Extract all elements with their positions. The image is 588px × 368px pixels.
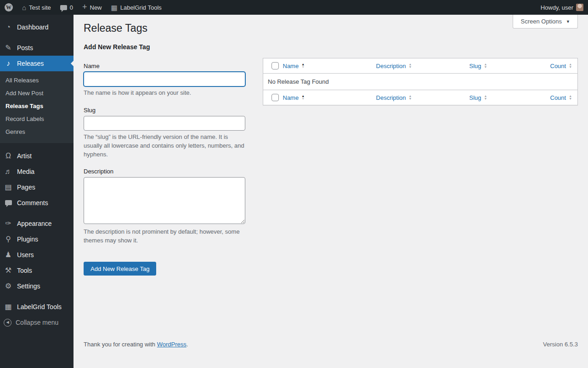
sidebar-item-releases[interactable]: ♪ Releases [0,56,74,71]
grid-icon: ▦ [111,4,118,11]
description-help-text: The description is not prominent by defa… [84,228,245,245]
comments-menu[interactable]: 0 [56,0,78,15]
column-count-sort-link[interactable]: Count ▲▼ [550,63,572,69]
name-help-text: The name is how it appears on your site. [84,89,245,98]
sidebar-label-artist: Artist [17,151,32,161]
sliders-icon: ⚙ [4,282,13,290]
admin-footer: Thank you for creating with WordPress. V… [74,336,588,353]
comments-icon [60,5,67,10]
column-description-sort-link[interactable]: Description ▲▼ [376,63,412,69]
site-name-menu[interactable]: ⌂ Test site [17,0,56,15]
add-new-release-tag-button[interactable]: Add New Release Tag [84,262,156,276]
column-slug-sort-link[interactable]: Slug ▲▼ [469,63,487,69]
sort-icon: ▲▼ [569,95,572,100]
music-note-icon: ♪ [4,60,13,67]
sidebar-label-tools: Tools [17,266,32,275]
sidebar-item-media[interactable]: ♬ Media [0,164,74,179]
pages-icon: ▤ [4,184,13,191]
column-name-sort-link[interactable]: Name ▲▼ [283,63,305,69]
pushpin-icon: ✎ [4,44,13,52]
sidebar-label-releases: Releases [17,59,44,68]
sidebar-label-appearance: Appearance [17,219,52,228]
wordpress-logo-icon: W [5,3,13,12]
dashboard-icon: ◔ [4,23,13,31]
column-count-sort-link-footer[interactable]: Count ▲▼ [550,94,572,101]
column-description-sort-link-footer[interactable]: Description ▲▼ [376,94,412,101]
sort-icon: ▲▼ [569,63,572,69]
menu-separator [0,294,74,299]
sidebar-item-users[interactable]: ♟ Users [0,247,74,263]
releases-submenu: All Releases Add New Post Release Tags R… [0,71,74,143]
sidebar-item-comments[interactable]: Comments [0,195,74,211]
collapse-menu-label: Collapse menu [16,318,58,327]
name-input[interactable] [84,72,245,86]
screen-options-button[interactable]: Screen Options ▼ [513,15,578,29]
sort-asc-icon: ▲▼ [301,63,305,69]
chevron-down-icon: ▼ [566,19,570,24]
sidebar-label-dashboard: Dashboard [17,23,49,32]
comment-bubble-icon [4,199,13,207]
version-label: Version 6.5.3 [543,341,578,348]
tools-icon: ⚒ [4,267,13,274]
menu-separator [0,143,74,148]
labelgrid-tools-toolbar-menu[interactable]: ▦ LabelGrid Tools [107,0,166,15]
submenu-item-record-labels[interactable]: Record Labels [0,113,74,126]
sidebar-label-plugins: Plugins [17,235,38,244]
my-account-menu[interactable]: Howdy, user [536,0,588,15]
sidebar-item-posts[interactable]: ✎ Posts [0,40,74,56]
menu-separator [0,35,74,40]
release-tags-list: Name ▲▼ Description ▲▼ [263,43,578,105]
sidebar-label-pages: Pages [17,183,35,192]
page-title: Release Tags [84,21,578,35]
plus-icon: + [82,3,87,11]
admin-bar: W ⌂ Test site 0 + New ▦ LabelGrid Tools … [0,0,588,15]
sidebar-label-settings: Settings [17,282,40,291]
column-name-sort-link-footer[interactable]: Name ▲▼ [283,94,305,101]
slug-input[interactable] [84,116,245,131]
no-items-row: No Release Tag Found [263,74,578,90]
headphones-icon: Ω [4,152,13,160]
sort-icon: ▲▼ [484,95,487,100]
admin-sidebar: ◔ Dashboard ✎ Posts ♪ Releases All Relea… [0,15,74,368]
grid-icon: ▦ [4,303,13,310]
submenu-item-genres[interactable]: Genres [0,126,74,138]
collapse-menu-button[interactable]: ◀ Collapse menu [0,315,74,330]
wordpress-link[interactable]: WordPress [157,341,187,348]
description-label: Description [84,168,245,175]
home-icon: ⌂ [22,4,26,11]
sidebar-item-pages[interactable]: ▤ Pages [0,179,74,195]
footer-thanks: Thank you for creating with WordPress. [84,341,188,348]
release-tags-table: Name ▲▼ Description ▲▼ [263,58,578,105]
submenu-item-release-tags[interactable]: Release Tags [0,100,74,113]
submenu-item-all-releases[interactable]: All Releases [0,74,74,87]
menu-separator [0,211,74,216]
user-icon: ♟ [4,251,13,259]
new-content-menu[interactable]: + New [78,0,107,15]
sidebar-item-dashboard[interactable]: ◔ Dashboard [0,19,74,35]
sort-icon: ▲▼ [484,63,487,69]
add-tag-form: Add New Release Tag Name The name is how… [84,43,245,276]
plug-icon: ⚲ [4,236,13,243]
sidebar-item-labelgrid-tools[interactable]: ▦ LabelGrid Tools [0,299,74,315]
sidebar-label-comments: Comments [17,198,48,207]
sidebar-item-plugins[interactable]: ⚲ Plugins [0,231,74,247]
sidebar-item-appearance[interactable]: ✑ Appearance [0,216,74,231]
description-textarea[interactable] [84,177,245,224]
paintbrush-icon: ✑ [4,220,13,227]
wordpress-logo-menu[interactable]: W [0,0,17,15]
main-content: Screen Options ▼ Release Tags Add New Re… [74,0,588,353]
avatar [576,4,583,11]
sidebar-label-labelgrid-tools: LabelGrid Tools [17,302,62,311]
sidebar-item-settings[interactable]: ⚙ Settings [0,278,74,294]
empty-message: No Release Tag Found [263,74,578,90]
site-name-label: Test site [29,4,51,11]
slug-label: Slug [84,107,245,114]
column-slug-sort-link-footer[interactable]: Slug ▲▼ [469,94,487,101]
sidebar-item-artist[interactable]: Ω Artist [0,148,74,164]
sidebar-label-media: Media [17,167,34,176]
sidebar-label-posts: Posts [17,43,33,52]
sort-icon: ▲▼ [409,95,412,100]
labelgrid-toolbar-label: LabelGrid Tools [120,4,162,11]
sidebar-item-tools[interactable]: ⚒ Tools [0,263,74,278]
submenu-item-add-new-post[interactable]: Add New Post [0,87,74,100]
